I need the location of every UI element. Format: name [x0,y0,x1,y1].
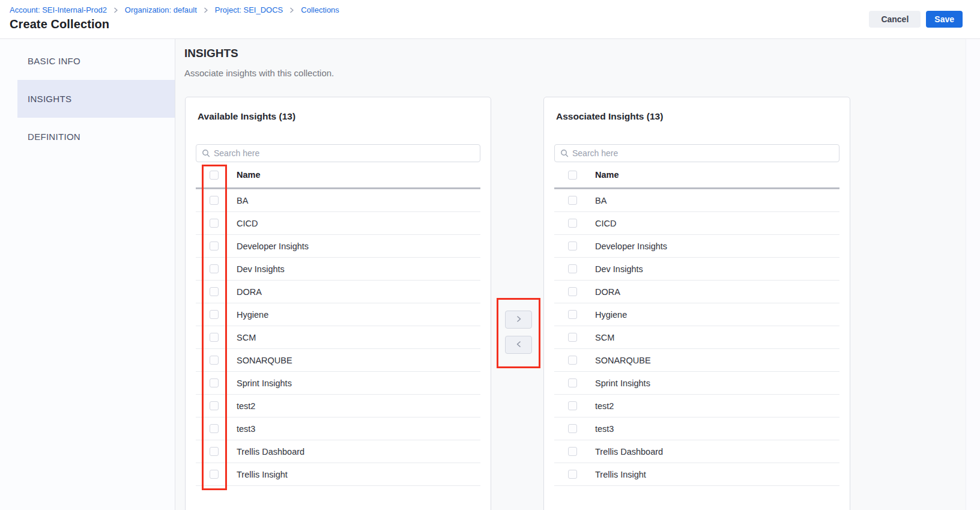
row-checkbox[interactable] [568,264,577,273]
associated-search-input[interactable] [572,148,839,158]
associated-table-body: BA CICD Developer Insights Dev I [554,189,839,486]
row-checkbox[interactable] [568,470,577,479]
breadcrumb-account-link[interactable]: Account: SEI-Internal-Prod2 [10,5,107,14]
row-checkbox[interactable] [568,287,577,296]
breadcrumb-chevron-icon [203,7,209,13]
row-name: SONARQUBE [595,356,651,365]
table-row: Dev Insights [196,258,480,281]
available-insights-table: Name BA CICD Developer [196,162,480,486]
row-name: SONARQUBE [237,356,292,365]
table-row: BA [554,189,839,212]
select-all-checkbox[interactable] [568,171,577,180]
name-column-header: Name [595,170,619,180]
table-row: CICD [196,212,480,235]
table-row: Trellis Insight [554,463,839,486]
breadcrumb-project-link[interactable]: Project: SEI_DOCS [215,5,283,14]
table-row: test3 [196,417,480,440]
sidebar-item-insights[interactable]: INSIGHTS [17,80,175,118]
annotation-transfer-buttons [497,298,540,368]
breadcrumb-organization-link[interactable]: Organization: default [125,5,197,14]
table-header-row: Name [554,162,839,189]
available-searchbox [196,144,480,162]
table-row: test2 [554,395,839,417]
table-header-row: Name [196,162,480,189]
row-checkbox[interactable] [210,333,219,342]
row-name: test2 [595,401,614,411]
row-checkbox[interactable] [210,196,219,205]
sidebar-item-basic-info[interactable]: BASIC INFO [0,42,175,80]
table-row: BA [196,189,480,212]
row-checkbox[interactable] [568,310,577,319]
table-row: test2 [196,395,480,417]
available-search-input[interactable] [214,148,480,158]
row-name: test3 [237,424,255,434]
associated-insights-table: Name BA CICD Developer [554,162,839,486]
row-checkbox[interactable] [210,310,219,319]
row-name: CICD [595,219,616,228]
table-row: Developer Insights [554,235,839,258]
row-checkbox[interactable] [210,424,219,433]
row-checkbox[interactable] [568,333,577,342]
name-column-header: Name [237,170,261,180]
row-checkbox[interactable] [210,378,219,387]
row-checkbox[interactable] [568,219,577,228]
row-checkbox[interactable] [568,241,577,250]
row-checkbox[interactable] [568,378,577,387]
move-left-button[interactable] [505,336,532,354]
row-checkbox[interactable] [210,264,219,273]
available-insights-panel: Available Insights (13) Name BA [185,97,491,510]
table-row: Developer Insights [196,235,480,258]
wizard-sidebar: BASIC INFO INSIGHTS DEFINITION [0,39,175,510]
available-insights-title: Available Insights (13) [198,111,479,122]
associated-insights-panel: Associated Insights (13) Name BA [543,97,850,510]
row-checkbox[interactable] [568,401,577,410]
scrollbar-track[interactable] [966,39,980,510]
save-button[interactable]: Save [926,11,963,28]
table-row: SCM [554,326,839,349]
row-name: Sprint Insights [595,378,650,388]
row-name: Trellis Insight [595,470,646,479]
table-row: Hygiene [196,303,480,326]
table-row: Trellis Dashboard [554,440,839,463]
associated-searchbox [554,144,839,162]
breadcrumb-collections-link[interactable]: Collections [301,5,339,14]
row-name: test3 [595,424,614,434]
row-name: Developer Insights [595,241,667,251]
row-name: SCM [237,333,256,342]
row-checkbox[interactable] [210,356,219,365]
table-row: Dev Insights [554,258,839,281]
row-checkbox[interactable] [568,196,577,205]
table-row: SCM [196,326,480,349]
row-name: Trellis Insight [237,470,288,479]
move-right-button[interactable] [505,311,532,329]
row-checkbox[interactable] [210,470,219,479]
select-all-checkbox[interactable] [210,171,219,180]
header-actions: Cancel Save [869,11,963,28]
row-name: SCM [595,333,614,342]
row-checkbox[interactable] [210,287,219,296]
row-name: Hygiene [595,310,627,320]
row-name: Dev Insights [237,264,285,274]
row-checkbox[interactable] [210,447,219,456]
cancel-button[interactable]: Cancel [869,11,921,28]
table-row: Sprint Insights [554,372,839,395]
row-checkbox[interactable] [210,401,219,410]
row-checkbox[interactable] [568,447,577,456]
row-name: BA [595,196,606,205]
row-name: DORA [237,287,262,297]
page-header: Account: SEI-Internal-Prod2 Organization… [0,0,980,39]
breadcrumb: Account: SEI-Internal-Prod2 Organization… [10,5,339,14]
chevron-left-icon [515,341,522,350]
associated-insights-title: Associated Insights (13) [556,111,838,122]
row-checkbox[interactable] [568,424,577,433]
row-name: CICD [237,219,258,228]
sidebar-item-definition[interactable]: DEFINITION [0,118,175,156]
section-subheading: Associate insights with this collection. [184,68,334,78]
chevron-right-icon [515,315,522,324]
table-row: Sprint Insights [196,372,480,395]
row-checkbox[interactable] [210,241,219,250]
row-name: BA [237,196,248,205]
row-name: test2 [237,401,255,411]
row-checkbox[interactable] [210,219,219,228]
row-checkbox[interactable] [568,356,577,365]
